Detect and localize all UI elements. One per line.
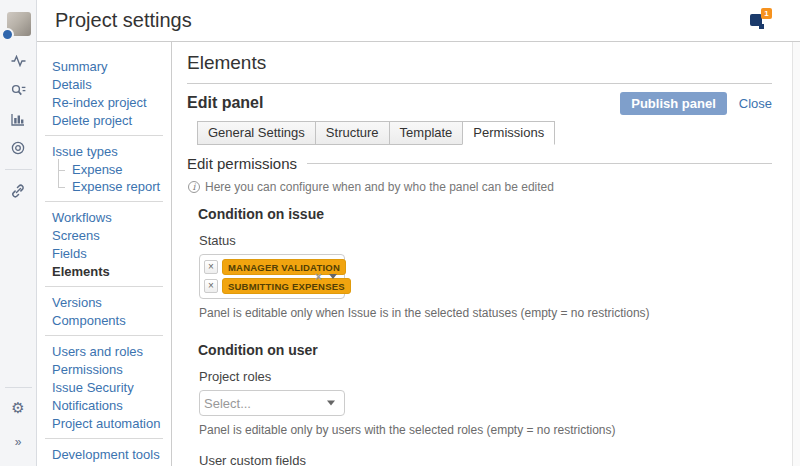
- sidebar-subitem-row: Expense: [52, 161, 163, 178]
- sidebar-item-versions[interactable]: Versions: [52, 294, 163, 311]
- scrollbar-track[interactable]: [792, 42, 800, 466]
- info-text: Here you can configure when and by who t…: [205, 180, 554, 194]
- elements-page-title: Elements: [187, 52, 772, 74]
- sidebar-divider: [45, 438, 163, 439]
- edit-panel-header: Edit panel Publish panel Close: [187, 94, 772, 112]
- info-icon: i: [188, 181, 200, 193]
- addon-icon-shape-small: [759, 24, 764, 29]
- user-custom-fields-block: User custom fields × Assignee × Panel is…: [199, 453, 772, 466]
- status-tag-row: × SUBMITTING EXPENSES: [204, 278, 310, 294]
- project-roles-helper-text: Panel is editable only by users with the…: [199, 423, 772, 437]
- sidebar-item-expense[interactable]: Expense: [72, 161, 123, 177]
- tab-general-settings[interactable]: General Settings: [197, 121, 316, 145]
- panel-tabs: General Settings Structure Template Perm…: [197, 121, 772, 145]
- status-field-block: Status × MANAGER VALIDATION × SUBMITTING…: [199, 233, 772, 320]
- tab-structure[interactable]: Structure: [315, 121, 390, 145]
- addon-notification-icon[interactable]: 1: [750, 8, 772, 30]
- activity-icon[interactable]: [6, 50, 30, 72]
- sidebar-item-development-tools[interactable]: Development tools: [52, 446, 163, 463]
- reports-icon[interactable]: [6, 108, 30, 130]
- settings-gear-icon[interactable]: ⚙: [6, 396, 30, 418]
- edit-permissions-heading: Edit permissions: [187, 155, 297, 172]
- sidebar-divider: [45, 201, 163, 202]
- select-controls: [327, 401, 335, 406]
- app-icon-rail: ⚙ »: [0, 0, 37, 466]
- sidebar-subitem-row: Expense report: [52, 178, 163, 195]
- sidebar-divider: [45, 335, 163, 336]
- sidebar-item-summary[interactable]: Summary: [52, 58, 163, 75]
- condition-on-user-heading: Condition on user: [198, 342, 772, 358]
- project-roles-label: Project roles: [199, 369, 772, 384]
- status-select[interactable]: × MANAGER VALIDATION × SUBMITTING EXPENS…: [199, 254, 345, 299]
- chevron-down-icon[interactable]: [327, 401, 335, 406]
- sidebar-item-components[interactable]: Components: [52, 312, 163, 329]
- edit-panel-title: Edit panel: [187, 94, 263, 111]
- rail-divider: [5, 387, 32, 388]
- project-settings-sidebar: Summary Details Re-index project Delete …: [37, 42, 172, 466]
- sidebar-item-project-automation[interactable]: Project automation: [52, 415, 163, 432]
- chevron-down-icon[interactable]: [329, 274, 337, 279]
- panel-actions: Publish panel Close: [620, 92, 772, 115]
- project-roles-field-block: Project roles Select... Panel is editabl…: [199, 369, 772, 437]
- sidebar-item-issue-security[interactable]: Issue Security: [52, 379, 163, 396]
- addon-count-badge: 1: [761, 8, 772, 19]
- expand-sidebar-icon[interactable]: »: [6, 431, 30, 453]
- tree-connector-icon: [58, 178, 66, 195]
- edit-permissions-heading-row: Edit permissions: [187, 155, 772, 172]
- sidebar-item-permissions[interactable]: Permissions: [52, 361, 163, 378]
- page-header-title: Project settings: [55, 9, 192, 32]
- clear-select-icon[interactable]: ×: [315, 272, 322, 282]
- status-helper-text: Panel is editable only when Issue is in …: [199, 306, 772, 320]
- project-roles-select[interactable]: Select...: [199, 390, 345, 416]
- sidebar-item-expense-report[interactable]: Expense report: [72, 178, 160, 194]
- sidebar-divider: [45, 286, 163, 287]
- close-link[interactable]: Close: [739, 96, 772, 111]
- remove-tag-icon[interactable]: ×: [204, 260, 218, 274]
- sidebar-item-notifications[interactable]: Notifications: [52, 397, 163, 414]
- status-tag-row: × MANAGER VALIDATION: [204, 259, 310, 275]
- select-controls: ×: [315, 272, 337, 282]
- status-label: Status: [199, 233, 772, 248]
- info-row: i Here you can configure when and by who…: [188, 180, 772, 194]
- heading-rule: [307, 163, 772, 164]
- search-issues-icon[interactable]: [6, 79, 30, 101]
- condition-on-issue-heading: Condition on issue: [198, 206, 772, 222]
- rail-divider: [5, 169, 32, 170]
- project-avatar[interactable]: [5, 12, 31, 38]
- releases-icon[interactable]: [6, 137, 30, 159]
- rail-bottom: ⚙ »: [0, 384, 36, 460]
- project-type-badge: [1, 28, 14, 41]
- sidebar-item-users-and-roles[interactable]: Users and roles: [52, 343, 163, 360]
- sidebar-item-elements[interactable]: Elements: [52, 263, 163, 280]
- title-divider: [187, 83, 772, 84]
- sidebar-item-screens[interactable]: Screens: [52, 227, 163, 244]
- content-area: Elements Edit panel Publish panel Close …: [172, 42, 792, 466]
- app-window: ⚙ » Project settings 1 Summary Details R…: [0, 0, 800, 466]
- sidebar-item-details[interactable]: Details: [52, 76, 163, 93]
- sidebar-item-delete-project[interactable]: Delete project: [52, 112, 163, 129]
- tab-template[interactable]: Template: [389, 121, 464, 145]
- tab-permissions[interactable]: Permissions: [462, 121, 555, 145]
- sidebar-item-issue-types[interactable]: Issue types: [52, 143, 163, 160]
- tree-connector-icon: [58, 161, 66, 178]
- sidebar-item-fields[interactable]: Fields: [52, 245, 163, 262]
- sidebar-item-reindex-project[interactable]: Re-index project: [52, 94, 163, 111]
- body-row: Summary Details Re-index project Delete …: [37, 42, 800, 466]
- page-header: Project settings 1: [37, 0, 800, 42]
- shortcuts-link-icon[interactable]: [6, 180, 30, 202]
- user-custom-fields-label: User custom fields: [199, 453, 772, 466]
- remove-tag-icon[interactable]: ×: [204, 279, 218, 293]
- publish-panel-button[interactable]: Publish panel: [620, 92, 727, 115]
- sidebar-item-workflows[interactable]: Workflows: [52, 209, 163, 226]
- main-column: Project settings 1 Summary Details Re-in…: [37, 0, 800, 466]
- sidebar-divider: [45, 135, 163, 136]
- project-roles-placeholder: Select...: [204, 396, 251, 411]
